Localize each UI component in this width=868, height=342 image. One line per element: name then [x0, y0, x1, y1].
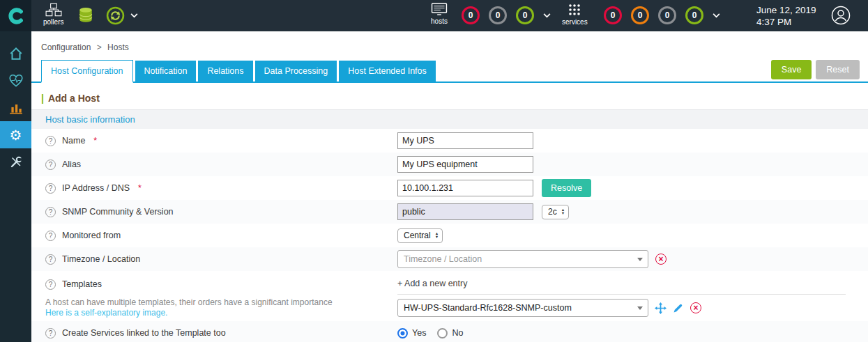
help-icon[interactable]: ?: [45, 254, 56, 265]
help-icon[interactable]: ?: [45, 136, 56, 146]
heartbeat-icon: [8, 73, 24, 88]
form-row-ip: ? IP Address / DNS * Resolve: [31, 176, 868, 200]
main-content: Configuration > Hosts Host Configuration…: [31, 31, 868, 342]
bar-chart-icon: [8, 100, 24, 116]
snmp-version-select[interactable]: 2c: [542, 205, 569, 219]
breadcrumb-separator: >: [97, 42, 102, 52]
hosts-down-badge[interactable]: 0: [462, 6, 480, 24]
templates-helper-text: A host can have multiple templates, thei…: [45, 297, 376, 308]
create-services-no-radio[interactable]: [437, 328, 448, 339]
page-title-pipe: |: [41, 93, 44, 104]
hosts-status-badges: 0 0 0: [462, 6, 551, 24]
poller-status-chevron-icon[interactable]: [130, 13, 138, 18]
refresh-icon: [106, 6, 125, 25]
create-services-radio-group: Yes No: [397, 328, 463, 339]
help-icon[interactable]: ?: [45, 207, 56, 217]
sidebar-item-reporting[interactable]: [0, 94, 31, 121]
clock: June 12, 2019 4:37 PM: [756, 4, 816, 28]
alias-input[interactable]: [397, 156, 533, 173]
form-row-alias: ? Alias: [31, 153, 868, 176]
snmp-community-input[interactable]: [397, 203, 533, 220]
services-label: services: [562, 18, 588, 26]
monitored-from-select[interactable]: Central: [397, 228, 443, 243]
select-stepper-icon: [435, 232, 439, 239]
save-button[interactable]: Save: [771, 60, 812, 79]
form-row-create-services: ? Create Services linked to the Template…: [31, 321, 868, 342]
page-title: |Add a Host: [41, 93, 868, 104]
tab-relations[interactable]: Relations: [198, 61, 252, 81]
page-title-text: Add a Host: [48, 93, 100, 104]
move-icon: [655, 302, 667, 314]
ip-label: IP Address / DNS: [62, 183, 130, 193]
sidebar-item-administration[interactable]: [0, 148, 31, 176]
database-icon: [78, 7, 93, 24]
current-time: 4:37 PM: [756, 16, 816, 28]
help-icon[interactable]: ?: [45, 183, 56, 194]
template-edit-button[interactable]: [673, 303, 683, 313]
current-date: June 12, 2019: [756, 4, 816, 16]
services-unknown-badge[interactable]: 0: [658, 6, 676, 24]
breadcrumb: Configuration > Hosts: [31, 31, 868, 52]
database-status[interactable]: [78, 7, 93, 24]
timezone-clear-icon[interactable]: [655, 254, 667, 265]
services-warning-badge[interactable]: 0: [631, 6, 649, 24]
add-template-entry-link[interactable]: + Add a new entry: [397, 279, 467, 288]
template-select-value: HW-UPS-Standard-Rfc1628-SNMP-custom: [398, 303, 632, 313]
sidebar: ⚙: [0, 31, 31, 342]
help-icon[interactable]: ?: [45, 231, 56, 241]
name-input[interactable]: [397, 132, 533, 149]
centreon-logo[interactable]: [0, 0, 31, 31]
hosts-status-chevron-icon[interactable]: [543, 13, 551, 18]
timezone-select[interactable]: Timezone / Location: [397, 250, 648, 268]
services-menu[interactable]: services: [562, 3, 588, 26]
breadcrumb-link-hosts[interactable]: Hosts: [107, 42, 129, 52]
template-move-handle[interactable]: [655, 302, 667, 314]
help-icon[interactable]: ?: [45, 160, 56, 170]
reset-button[interactable]: Reset: [816, 60, 860, 79]
user-menu[interactable]: [831, 6, 851, 28]
centreon-logo-icon: [6, 6, 26, 26]
tools-wrench-icon: [9, 155, 23, 169]
tab-data-processing[interactable]: Data Processing: [255, 61, 337, 81]
alias-label: Alias: [62, 160, 81, 169]
ip-input[interactable]: [397, 180, 533, 196]
hosts-label: hosts: [431, 17, 448, 25]
section-host-basic-information: Host basic information: [31, 109, 868, 129]
form-row-name: ? Name *: [31, 129, 868, 153]
home-icon: [8, 46, 24, 61]
templates-helper-link[interactable]: Here is a self-explanatory image.: [45, 308, 376, 318]
tab-host-configuration[interactable]: Host Configuration: [41, 60, 133, 83]
resolve-button[interactable]: Resolve: [542, 179, 591, 197]
no-label: No: [452, 328, 463, 338]
sidebar-item-monitoring[interactable]: [0, 67, 31, 94]
user-icon: [831, 6, 851, 25]
template-entry-row: A host can have multiple templates, thei…: [31, 295, 868, 321]
pollers-menu[interactable]: pollers: [43, 3, 63, 26]
breadcrumb-link-configuration[interactable]: Configuration: [41, 42, 91, 52]
services-ok-badge[interactable]: 0: [685, 6, 703, 24]
services-critical-badge[interactable]: 0: [604, 6, 622, 24]
hosts-up-badge[interactable]: 0: [516, 6, 534, 24]
name-label: Name: [62, 136, 85, 146]
host-form: Host basic information ? Name * ? Alias …: [31, 109, 868, 342]
services-status-chevron-icon[interactable]: [713, 13, 720, 18]
dropdown-caret-icon: [632, 258, 648, 261]
hosts-icon: [431, 3, 448, 16]
snmp-label: SNMP Community & Version: [62, 207, 174, 217]
sidebar-item-configuration[interactable]: ⚙: [0, 121, 31, 148]
template-select[interactable]: HW-UPS-Standard-Rfc1628-SNMP-custom: [397, 299, 648, 317]
timezone-label: Timezone / Location: [62, 254, 140, 264]
hosts-menu[interactable]: hosts: [431, 3, 448, 25]
create-services-yes-radio[interactable]: [397, 328, 408, 339]
monitored-from-label: Monitored from: [62, 231, 121, 240]
hosts-unreachable-badge[interactable]: 0: [489, 6, 507, 24]
tab-notification[interactable]: Notification: [135, 61, 197, 81]
refresh-status[interactable]: [106, 6, 125, 25]
help-icon[interactable]: ?: [45, 328, 56, 339]
sidebar-item-home[interactable]: [0, 40, 31, 67]
pollers-label: pollers: [43, 18, 63, 26]
services-icon: [567, 3, 582, 17]
help-icon[interactable]: ?: [45, 279, 56, 290]
template-delete-icon[interactable]: [690, 302, 701, 313]
tab-host-extended-infos[interactable]: Host Extended Infos: [339, 61, 436, 81]
